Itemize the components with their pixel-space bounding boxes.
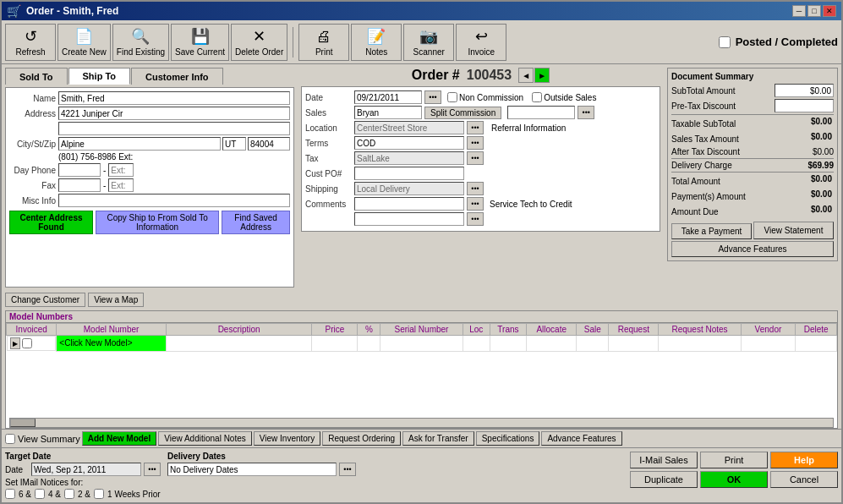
footer-print-button[interactable]: Print: [700, 452, 768, 468]
city-input[interactable]: [58, 137, 221, 151]
view-inventory-button[interactable]: View Inventory: [254, 431, 320, 446]
day-phone-ext-input[interactable]: [108, 163, 134, 177]
view-summary-checkbox[interactable]: [5, 434, 15, 444]
email-sales-button[interactable]: I-Mail Sales: [630, 452, 698, 468]
name-input[interactable]: [58, 91, 290, 105]
advance-features-right-button[interactable]: Advance Features: [671, 241, 834, 257]
sales-input[interactable]: [354, 106, 422, 119]
fax-ext-input[interactable]: [108, 178, 134, 192]
date-dots-button[interactable]: •••: [424, 90, 441, 104]
print-button[interactable]: 🖨 Print: [298, 24, 349, 61]
location-dots-button[interactable]: •••: [467, 121, 484, 134]
delivery-dates-input[interactable]: [167, 463, 337, 476]
date-input[interactable]: [354, 90, 422, 104]
horizontal-scrollbar[interactable]: [9, 418, 834, 428]
fax-input[interactable]: [58, 178, 101, 192]
title-bar-buttons: ─ □ ✕: [792, 5, 836, 17]
model-number-cell[interactable]: <Click New Model>: [57, 336, 166, 352]
cancel-button[interactable]: Cancel: [770, 471, 838, 488]
shipping-dots-button[interactable]: •••: [467, 182, 484, 195]
prev-order-button[interactable]: ◄: [518, 68, 534, 83]
location-input[interactable]: [354, 121, 464, 134]
notice-4-label: 4 &: [48, 490, 61, 499]
notes-button[interactable]: 📝 Notes: [351, 24, 402, 61]
save-current-button[interactable]: 💾 Save Current: [171, 24, 229, 61]
sales2-input[interactable]: [507, 106, 575, 119]
col-request: Request: [609, 324, 659, 336]
tab-sold-to[interactable]: Sold To: [5, 68, 68, 85]
day-phone-row: Day Phone -: [9, 163, 290, 177]
day-phone-input[interactable]: [58, 163, 101, 177]
tax-dots-button[interactable]: •••: [467, 151, 484, 165]
ok-button[interactable]: OK: [700, 471, 768, 488]
view-statement-button[interactable]: View Statement: [753, 222, 834, 239]
create-new-button[interactable]: 📄 Create New: [57, 24, 111, 61]
notice-1-checkbox[interactable]: [94, 489, 104, 499]
specifications-button[interactable]: Specifications: [476, 431, 540, 446]
sales-dots-button[interactable]: •••: [578, 106, 594, 119]
sales-tax-row: Sales Tax Amount $0.00: [671, 132, 834, 145]
address2-input[interactable]: [58, 122, 290, 135]
close-button[interactable]: ✕: [823, 5, 836, 17]
request-ordering-button[interactable]: Request Ordering: [322, 431, 401, 446]
refresh-button[interactable]: ↺ Refresh: [5, 24, 56, 61]
view-additional-notes-button[interactable]: View Additional Notes: [158, 431, 252, 446]
delivery-dates-dots-button[interactable]: •••: [339, 463, 356, 476]
ask-for-transfer-button[interactable]: Ask for Transfer: [402, 431, 474, 446]
terms-dots-button[interactable]: •••: [467, 136, 484, 150]
tax-row: Tax •••: [305, 151, 656, 165]
copy-ship-button[interactable]: Copy Ship to From Sold To Information: [96, 211, 219, 234]
customer-info-box: Name Address City/St/Zip: [5, 87, 294, 288]
comments-input[interactable]: [354, 197, 464, 211]
col-percent: %: [358, 324, 380, 336]
split-commission-button[interactable]: Split Commission: [424, 107, 501, 119]
row-expand-button[interactable]: ▶: [10, 337, 20, 349]
order-number: 100453: [467, 68, 512, 83]
view-map-button[interactable]: View a Map: [88, 293, 144, 307]
invoice-button[interactable]: ↩ Invoice: [456, 24, 506, 61]
maximize-button[interactable]: □: [807, 5, 821, 17]
help-button[interactable]: Help: [770, 452, 838, 468]
scrollbar-thumb[interactable]: [10, 419, 36, 427]
take-payment-button[interactable]: Take a Payment: [671, 223, 752, 239]
posted-checkbox[interactable]: [719, 36, 731, 48]
duplicate-button[interactable]: Duplicate: [630, 471, 698, 488]
zip-input[interactable]: [248, 137, 290, 151]
add-new-model-button[interactable]: Add New Model: [82, 431, 156, 446]
description-cell: [166, 336, 312, 352]
state-input[interactable]: [222, 137, 246, 151]
scanner-button[interactable]: 📷 Scanner: [403, 24, 454, 61]
shipping-input[interactable]: [354, 182, 464, 195]
outside-sales-checkbox[interactable]: [532, 92, 542, 102]
minimize-button[interactable]: ─: [792, 5, 806, 17]
change-customer-button[interactable]: Change Customer: [5, 293, 85, 307]
find-existing-button[interactable]: 🔍 Find Existing: [112, 24, 169, 61]
terms-input[interactable]: [354, 136, 464, 150]
footer-date-input[interactable]: [31, 463, 141, 476]
notice-checkboxes: 6 & 4 & 2 & 1 Weeks Prior: [5, 489, 161, 499]
invoiced-checkbox[interactable]: [22, 338, 32, 348]
next-order-button[interactable]: ►: [534, 68, 550, 83]
delete-order-button[interactable]: ✕ Delete Order: [231, 24, 287, 61]
comments-dots-button[interactable]: •••: [467, 197, 484, 211]
tax-input[interactable]: [354, 151, 464, 165]
subtotal-label: SubTotal Amount: [671, 86, 771, 96]
tab-customer-info[interactable]: Customer Info: [131, 68, 223, 85]
find-saved-button[interactable]: Find Saved Address: [222, 211, 290, 234]
notice-6-checkbox[interactable]: [5, 489, 15, 499]
notice-4-checkbox[interactable]: [35, 489, 45, 499]
invoiced-cell: ▶: [7, 336, 57, 351]
comments2-dots-button[interactable]: •••: [467, 212, 484, 226]
notice-2-checkbox[interactable]: [64, 489, 74, 499]
center-address-button[interactable]: Center Address Found: [9, 211, 93, 234]
footer-date-dots-button[interactable]: •••: [144, 463, 161, 476]
non-commission-checkbox[interactable]: [447, 92, 457, 102]
cust-po-input[interactable]: [354, 167, 464, 180]
misc-info-input[interactable]: [58, 194, 290, 207]
comments2-input[interactable]: [354, 212, 464, 226]
subtotal-value[interactable]: [775, 84, 834, 97]
advance-features-bottom-button[interactable]: Advance Features: [541, 431, 621, 446]
tab-ship-to[interactable]: Ship To: [68, 68, 131, 85]
address-input[interactable]: [58, 107, 290, 120]
pretax-value[interactable]: [775, 99, 834, 112]
